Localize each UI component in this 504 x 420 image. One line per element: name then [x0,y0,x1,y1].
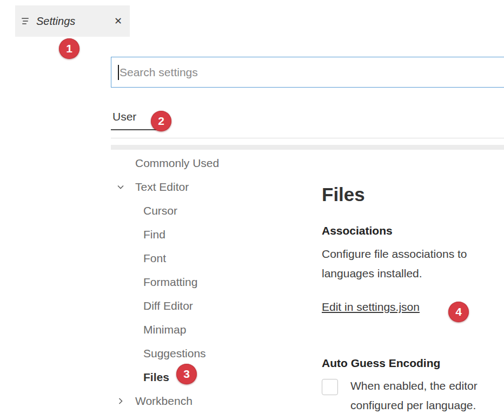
close-icon[interactable]: ✕ [114,16,122,26]
toc-item-cursor[interactable]: Cursor [111,199,319,223]
settings-editor-page: { "tab": { "title": "Settings", "close_g… [0,0,504,420]
search-settings-input[interactable] [111,57,504,87]
toc-label: Cursor [111,204,177,217]
setting-description-line: languages installed. [322,267,422,280]
setting-description-line: configured per language. [350,399,476,412]
chevron-down-icon [116,183,125,191]
settings-toc: Commonly Used Text Editor Cursor Find Fo… [111,151,319,420]
settings-list-icon [22,17,30,25]
settings-editor-tab[interactable]: Settings ✕ [15,5,130,37]
toc-label: Font [111,252,166,265]
section-heading-files: Files [322,184,365,205]
toc-item-minimap[interactable]: Minimap [111,318,319,342]
toc-item-commonly-used[interactable]: Commonly Used [111,151,319,175]
setting-title-associations: Associations [322,224,393,237]
tab-user-scope[interactable]: User [112,110,136,123]
auto-guess-encoding-checkbox[interactable] [322,379,338,395]
toc-label: Diff Editor [111,299,193,312]
chevron-right-icon [116,397,125,405]
toc-label: Minimap [111,323,186,336]
annotation-badge-2: 2 [151,111,171,131]
toc-item-diff-editor[interactable]: Diff Editor [111,294,319,318]
search-settings-box [111,57,504,88]
setting-description-line: Configure file associations to [322,248,467,261]
edit-in-settings-json-link[interactable]: Edit in settings.json [322,301,420,314]
toc-label: Files [111,371,169,384]
toc-item-suggestions[interactable]: Suggestions [111,342,319,365]
toc-label: Suggestions [111,347,206,360]
toc-label: Find [111,228,165,241]
toc-item-text-editor[interactable]: Text Editor [111,175,319,199]
annotation-badge-1: 1 [59,38,79,59]
scope-divider [111,138,504,138]
toc-item-files[interactable]: Files [111,365,319,389]
setting-description-line: When enabled, the editor [350,379,478,392]
toc-item-workbench[interactable]: Workbench [111,389,319,413]
user-tab-underline [111,129,157,130]
text-cursor [118,65,119,80]
toc-label: Commonly Used [111,157,219,170]
toc-item-partial[interactable] [111,413,319,420]
toc-item-formatting[interactable]: Formatting [111,270,319,294]
annotation-badge-4: 4 [448,302,469,322]
annotation-badge-3: 3 [176,364,197,384]
toc-label: Formatting [111,276,197,289]
setting-title-auto-guess-encoding: Auto Guess Encoding [322,357,440,370]
tab-title: Settings [36,15,110,28]
toc-top-band [111,145,504,150]
toc-item-font[interactable]: Font [111,246,319,270]
toc-item-find[interactable]: Find [111,223,319,246]
